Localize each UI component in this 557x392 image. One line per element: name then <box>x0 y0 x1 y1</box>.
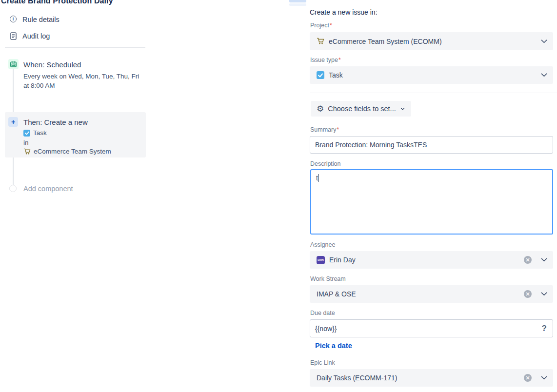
then-component-heading: Then: Create a new <box>23 118 88 126</box>
description-value: t <box>316 174 318 182</box>
epic-link-value: Daily Tasks (ECOMM-171) <box>317 374 397 382</box>
plus-icon[interactable]: + <box>8 117 18 127</box>
chevron-down-icon <box>541 37 547 43</box>
epic-link-select[interactable]: Daily Tasks (ECOMM-171) ✕ <box>310 369 553 387</box>
due-date-label: Due date <box>310 310 335 316</box>
required-asterisk: * <box>338 57 341 63</box>
partial-scrolled-element-shadow <box>289 3 306 6</box>
then-project-row: eCommerce Team System <box>23 148 111 155</box>
project-select[interactable]: eCommerce Team System (ECOMM) <box>310 32 553 50</box>
sidebar-divider <box>5 47 145 48</box>
add-component-button[interactable]: Add component <box>23 185 73 193</box>
then-connector-text: in <box>23 139 29 146</box>
sidebar-item-label: Rule details <box>22 16 60 23</box>
then-issue-type-label: Task <box>33 129 47 137</box>
chevron-down-icon <box>400 105 405 110</box>
partial-scrolled-element <box>289 0 306 2</box>
clear-icon[interactable]: ✕ <box>524 374 532 382</box>
shopping-cart-icon <box>23 148 31 155</box>
calendar-icon <box>8 59 19 69</box>
clear-icon[interactable]: ✕ <box>524 256 532 264</box>
when-component-heading: When: Scheduled <box>23 60 81 69</box>
question-mark-icon[interactable]: ? <box>542 324 547 333</box>
sidebar-item-label: Audit log <box>22 32 50 40</box>
pick-a-date-link[interactable]: Pick a date <box>315 342 352 350</box>
work-stream-select[interactable]: IMAP & OSE ✕ <box>310 285 553 303</box>
work-stream-label: Work Stream <box>310 275 346 282</box>
info-icon: i <box>10 16 18 23</box>
form-divider <box>310 93 557 93</box>
avatar: ERIN <box>317 256 325 264</box>
assignee-value: Erin Day <box>329 256 356 264</box>
required-asterisk: * <box>337 126 339 133</box>
issue-type-select[interactable]: Task <box>310 66 553 84</box>
shopping-cart-icon <box>317 38 324 45</box>
rule-sidebar: Create Brand Protection Daily i Rule det… <box>0 0 151 392</box>
required-asterisk: * <box>330 22 332 29</box>
task-checkbox-icon <box>23 130 30 137</box>
task-checkbox-icon <box>317 71 324 79</box>
rule-title: Create Brand Protection Daily <box>1 0 113 5</box>
issue-type-value: Task <box>329 71 343 79</box>
assignee-label: Assignee <box>310 241 335 248</box>
clear-icon[interactable]: ✕ <box>524 290 532 298</box>
chevron-down-icon <box>541 290 547 296</box>
chevron-down-icon <box>541 373 547 380</box>
then-issue-type-row: Task <box>23 129 47 137</box>
due-date-value: {{now}} <box>315 325 337 333</box>
chevron-down-icon <box>541 71 547 77</box>
description-textarea[interactable]: t <box>310 169 553 235</box>
text-cursor <box>318 174 319 182</box>
summary-value: Brand Protection: Morning TasksTES <box>315 141 427 149</box>
add-component-circle-icon[interactable] <box>9 185 17 192</box>
work-stream-value: IMAP & OSE <box>317 290 356 298</box>
summary-label: Summary* <box>310 126 339 133</box>
when-component-description: Every week on Wed, Mon, Tue, Thu, Fri at… <box>23 72 141 90</box>
issue-type-label: Issue type* <box>310 57 341 63</box>
due-date-input[interactable]: {{now}} ? <box>310 319 553 337</box>
choose-fields-button[interactable]: ⚙ Choose fields to set... <box>311 101 411 117</box>
form-heading: Create a new issue in: <box>310 8 378 16</box>
then-project-label: eCommerce Team System <box>34 148 111 155</box>
audit-log-icon <box>10 32 18 40</box>
gear-icon: ⚙ <box>317 105 324 113</box>
assignee-select[interactable]: ERIN Erin Day ✕ <box>310 251 553 269</box>
chevron-down-icon <box>541 255 547 262</box>
summary-input[interactable]: Brand Protection: Morning TasksTES <box>310 136 553 154</box>
epic-link-label: Epic Link <box>310 359 335 366</box>
description-label: Description <box>310 160 341 167</box>
project-value: eCommerce Team System (ECOMM) <box>329 38 442 45</box>
project-label: Project* <box>310 22 332 29</box>
